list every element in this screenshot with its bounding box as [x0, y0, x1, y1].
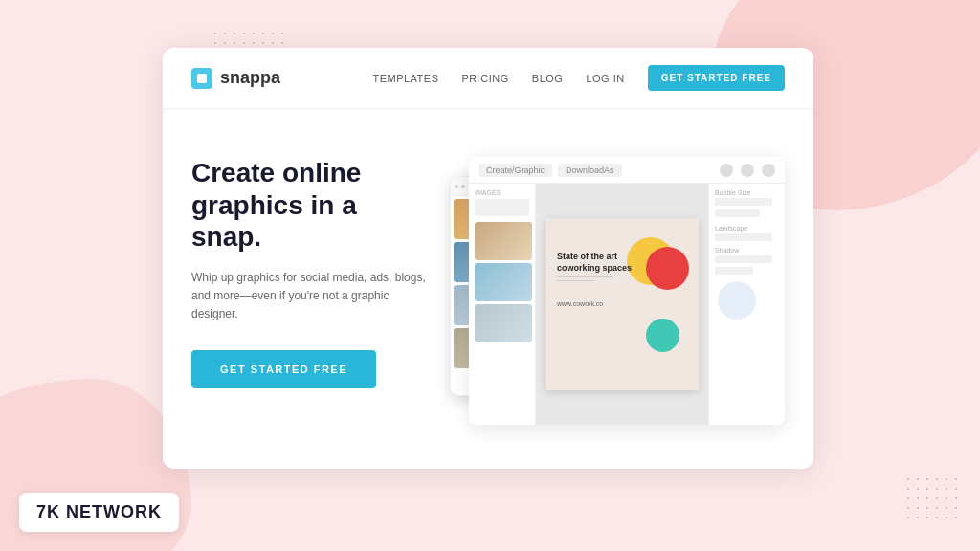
right-panel-label-1: Bubble Size [715, 189, 779, 196]
hero-content: Create online graphics in a snap. Whip u… [163, 109, 813, 463]
toolbar-icon-3[interactable] [762, 164, 775, 177]
nav-templates[interactable]: TEMPLATES [372, 73, 438, 84]
logo[interactable]: snappa [191, 68, 280, 89]
canvas-text-block: State of the art coworking spaces www.co… [557, 252, 643, 307]
decorative-dots-bottom [903, 474, 961, 522]
canvas-url: www.cowork.co [557, 300, 643, 307]
panel-item-1[interactable] [475, 199, 529, 216]
toolbar-icons [720, 164, 775, 177]
navigation: snappa TEMPLATES PRICING BLOG LOG IN GET… [163, 48, 813, 109]
nav-cta-button[interactable]: GET STARTED FREE [648, 65, 785, 91]
toolbar-icon-2[interactable] [741, 164, 754, 177]
editor-canvas: State of the art coworking spaces www.co… [536, 184, 708, 425]
canvas-line-2 [557, 280, 595, 281]
deco-circle-2 [718, 281, 756, 320]
right-panel-row-3[interactable] [715, 233, 772, 241]
editor-mockup: Create/Graphic DownloadAs Images [450, 147, 785, 434]
panel-thumb-2 [475, 263, 532, 301]
right-panel-label-3: Shadow [715, 247, 779, 253]
toolbar-breadcrumb: Create/Graphic [479, 164, 552, 177]
hero-left: Create online graphics in a snap. Whip u… [191, 147, 431, 434]
hero-subheadline: Whip up graphics for social media, ads, … [191, 269, 431, 324]
right-panel-row-5[interactable] [715, 267, 753, 275]
canvas-line-1 [557, 276, 614, 277]
nav-blog[interactable]: BLOG [532, 73, 564, 84]
toolbar-icon-1[interactable] [720, 164, 733, 177]
canvas-title: State of the art coworking spaces [557, 252, 643, 274]
right-panel-row-1[interactable] [715, 198, 772, 206]
logo-text: snappa [220, 68, 280, 88]
panel-section-2 [475, 222, 529, 342]
brand-bar: 7K NETWORK [19, 493, 179, 532]
nav-pricing[interactable]: PRICING [462, 73, 509, 84]
right-panel-row-4[interactable] [715, 255, 772, 263]
panel-thumb-1 [475, 222, 532, 260]
brand-name: 7K NETWORK [36, 502, 162, 521]
canvas-circle-red [646, 247, 689, 290]
phone-dot-2 [461, 185, 465, 188]
right-panel-row-2[interactable] [715, 209, 760, 217]
nav-login[interactable]: LOG IN [586, 73, 624, 84]
right-panel-label-2: Landscape [715, 225, 779, 231]
logo-icon [191, 68, 212, 89]
panel-thumb-3 [475, 304, 532, 342]
canvas-content: State of the art coworking spaces www.co… [546, 218, 699, 390]
main-card: snappa TEMPLATES PRICING BLOG LOG IN GET… [163, 48, 813, 469]
canvas-bg: State of the art coworking spaces www.co… [546, 218, 699, 390]
hero-cta-button[interactable]: GET STARTED FREE [191, 350, 376, 388]
panel-section-1: Images [475, 189, 529, 216]
phone-dot-1 [455, 185, 458, 188]
hero-headline: Create online graphics in a snap. [191, 157, 431, 253]
nav-links: TEMPLATES PRICING BLOG LOG IN GET STARTE… [372, 65, 785, 91]
editor-toolbar: Create/Graphic DownloadAs [469, 157, 785, 184]
canvas-circle-teal [646, 319, 679, 352]
toolbar-breadcrumb-2: DownloadAs [558, 164, 622, 177]
editor-left-panel: Images [469, 184, 536, 425]
panel-label-1: Images [475, 189, 529, 196]
